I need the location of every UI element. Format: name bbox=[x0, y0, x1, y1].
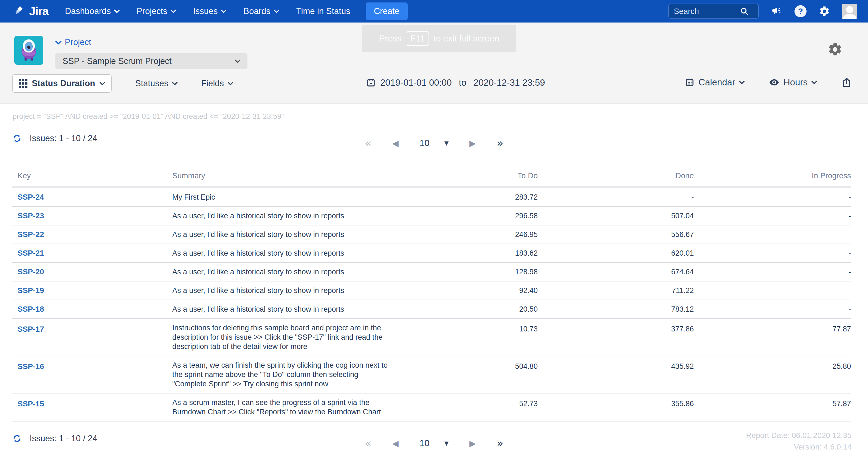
inprogress-value: - bbox=[694, 244, 851, 262]
chevron-down-icon bbox=[235, 59, 240, 63]
date-from[interactable]: 2019-01-01 00:00 bbox=[380, 78, 452, 88]
date-to[interactable]: 2020-12-31 23:59 bbox=[473, 78, 545, 88]
gear-icon[interactable] bbox=[818, 5, 830, 17]
issue-summary: As a user, I'd like a historical story t… bbox=[172, 267, 392, 277]
issue-key-link[interactable]: SSP-18 bbox=[18, 305, 44, 313]
issue-key-link[interactable]: SSP-21 bbox=[18, 249, 44, 257]
chevron-down-icon bbox=[55, 40, 61, 45]
first-page-button[interactable]: « bbox=[365, 438, 371, 449]
first-page-button[interactable]: « bbox=[365, 138, 371, 148]
user-avatar[interactable] bbox=[842, 4, 857, 19]
issue-summary: As a user, I'd like a historical story t… bbox=[172, 305, 392, 314]
date-range[interactable]: 2019-01-01 00:00 to 2020-12-31 23:59 bbox=[366, 78, 545, 88]
calendar-dropdown[interactable]: Calendar bbox=[685, 77, 745, 88]
table-row: SSP-20 As a user, I'd like a historical … bbox=[12, 262, 851, 281]
table-header-row: Key Summary To Do Done In Progress bbox=[12, 169, 851, 187]
jira-logo-icon bbox=[14, 5, 26, 18]
table-row: SSP-15 As a scrum master, I can see the … bbox=[12, 393, 851, 421]
todo-value: 183.62 bbox=[402, 244, 538, 262]
jira-logo[interactable]: Jira bbox=[14, 5, 49, 18]
last-page-button[interactable]: » bbox=[497, 438, 503, 449]
fields-dropdown[interactable]: Fields bbox=[201, 79, 233, 88]
caret-down-icon: ▼ bbox=[444, 440, 448, 447]
export-icon[interactable] bbox=[841, 77, 852, 88]
chevron-down-icon bbox=[274, 9, 279, 13]
help-icon[interactable]: ? bbox=[795, 5, 807, 17]
last-page-button[interactable]: » bbox=[497, 138, 503, 148]
project-dropdown-toggle[interactable]: Project bbox=[55, 37, 247, 47]
table-row: SSP-19 As a user, I'd like a historical … bbox=[12, 281, 851, 300]
report-date: Report Date: 06.01.2020 12:35 bbox=[746, 430, 851, 441]
fullscreen-toast: Press F11 to exit full screen bbox=[363, 25, 516, 52]
todo-value: 20.50 bbox=[402, 300, 538, 318]
project-block: Project SSP - Sample Scrum Project bbox=[55, 36, 247, 69]
calendar-icon bbox=[366, 78, 376, 88]
f11-key: F11 bbox=[406, 31, 429, 46]
issue-key-link[interactable]: SSP-16 bbox=[18, 362, 44, 371]
settings-gear-icon[interactable] bbox=[828, 42, 843, 57]
grid-icon bbox=[19, 79, 27, 88]
table-row: SSP-16 As a team, we can finish the spri… bbox=[12, 356, 851, 393]
todo-value: 246.95 bbox=[402, 225, 538, 244]
nav-projects[interactable]: Projects bbox=[136, 6, 176, 16]
refresh-icon[interactable] bbox=[12, 433, 22, 444]
next-page-button[interactable]: ▶ bbox=[469, 138, 476, 148]
issue-key-link[interactable]: SSP-23 bbox=[18, 211, 44, 220]
report-type-button[interactable]: Status Duration bbox=[12, 74, 112, 93]
done-value: 355.86 bbox=[538, 393, 694, 421]
inprogress-value: - bbox=[694, 262, 851, 281]
issues-count: Issues: 1 - 10 / 24 bbox=[30, 134, 97, 143]
project-select[interactable]: SSP - Sample Scrum Project bbox=[55, 53, 247, 69]
nav-dashboards[interactable]: Dashboards bbox=[65, 6, 120, 16]
column-summary[interactable]: Summary bbox=[172, 169, 402, 187]
column-key[interactable]: Key bbox=[12, 169, 172, 187]
jql-query-text: project = "SSP" AND created >= "2019-01-… bbox=[12, 112, 868, 121]
issues-footer-row: Issues: 1 - 10 / 24 « ◀ 10 ▼ ▶ » Report … bbox=[0, 433, 868, 453]
search-box[interactable] bbox=[668, 4, 759, 19]
inprogress-value: 25.80 bbox=[694, 356, 851, 393]
nav-issues[interactable]: Issues bbox=[193, 6, 226, 16]
column-done[interactable]: Done bbox=[538, 169, 694, 187]
prev-page-button[interactable]: ◀ bbox=[392, 438, 399, 448]
issue-key-link[interactable]: SSP-22 bbox=[18, 230, 44, 238]
issue-summary: As a user, I'd like a historical story t… bbox=[172, 211, 392, 221]
top-navbar: Jira Dashboards Projects Issues Boards T… bbox=[0, 0, 868, 23]
calendar-grid-icon bbox=[685, 78, 694, 87]
issue-summary: As a team, we can finish the sprint by c… bbox=[172, 361, 392, 389]
page-size-select[interactable]: 10 ▼ bbox=[420, 438, 448, 448]
create-button[interactable]: Create bbox=[366, 2, 408, 20]
done-value: 377.86 bbox=[538, 318, 694, 356]
nav-boards[interactable]: Boards bbox=[243, 6, 279, 16]
todo-value: 128.98 bbox=[402, 262, 538, 281]
todo-value: 296.58 bbox=[402, 206, 538, 225]
page-size-select[interactable]: 10 ▼ bbox=[420, 138, 448, 148]
todo-value: 52.73 bbox=[402, 393, 538, 421]
done-value: - bbox=[538, 187, 694, 207]
column-todo[interactable]: To Do bbox=[402, 169, 538, 187]
issue-key-link[interactable]: SSP-17 bbox=[18, 325, 44, 333]
next-page-button[interactable]: ▶ bbox=[469, 438, 476, 448]
issue-key-link[interactable]: SSP-24 bbox=[18, 193, 44, 201]
prev-page-button[interactable]: ◀ bbox=[392, 138, 399, 148]
issue-key-link[interactable]: SSP-19 bbox=[18, 286, 44, 295]
refresh-icon[interactable] bbox=[12, 134, 22, 143]
search-icon[interactable] bbox=[740, 7, 749, 16]
statuses-dropdown[interactable]: Statuses bbox=[135, 79, 178, 88]
chevron-down-icon bbox=[228, 82, 233, 85]
search-input[interactable] bbox=[674, 7, 740, 16]
column-inprogress[interactable]: In Progress bbox=[694, 169, 851, 187]
nav-time-in-status[interactable]: Time in Status bbox=[296, 6, 350, 16]
issue-key-link[interactable]: SSP-15 bbox=[18, 400, 44, 408]
pagination-bottom: « ◀ 10 ▼ ▶ » bbox=[365, 433, 503, 453]
done-value: 507.04 bbox=[538, 206, 694, 225]
inprogress-value: - bbox=[694, 281, 851, 300]
hours-dropdown[interactable]: Hours bbox=[769, 77, 817, 88]
report-version: Version: 4.6.0.14 bbox=[746, 441, 851, 453]
done-value: 783.12 bbox=[538, 300, 694, 318]
inprogress-value: 77.87 bbox=[694, 318, 851, 356]
done-value: 674.64 bbox=[538, 262, 694, 281]
announcements-icon[interactable] bbox=[771, 5, 782, 17]
main-nav: Dashboards Projects Issues Boards Time i… bbox=[65, 6, 350, 16]
issue-key-link[interactable]: SSP-20 bbox=[18, 267, 44, 276]
issue-summary: Instructions for deleting this sample bo… bbox=[172, 323, 392, 351]
